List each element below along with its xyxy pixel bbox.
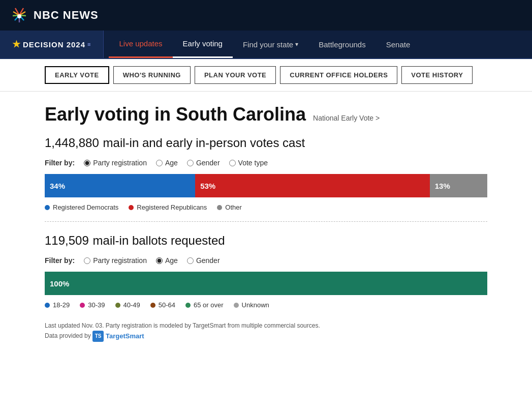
- legend-other-label: Other: [225, 203, 242, 211]
- footnote: Last updated Nov. 03. Party registration…: [45, 321, 487, 342]
- legend-rep-label: Registered Republicans: [137, 203, 207, 211]
- targetsmart-logo: TS TargetSmart: [92, 331, 144, 342]
- bar-chart-2: 100%: [45, 272, 487, 295]
- tab-whos-running[interactable]: WHO'S RUNNING: [113, 66, 191, 84]
- legend-2: 18-29 30-39 40-49 50-64 65 or over Unkno…: [45, 301, 487, 309]
- nav-link-early-voting[interactable]: Early voting: [173, 31, 233, 58]
- radio-age-1[interactable]: [156, 160, 163, 166]
- legend-dem: Registered Democrats: [45, 203, 118, 211]
- vote-label-2: mail-in ballots requested: [93, 234, 225, 247]
- chevron-down-icon: ▾: [295, 41, 298, 48]
- filter-row-1: Filter by: Party registration Age Gender…: [45, 159, 487, 167]
- legend-30: 30-39: [80, 301, 105, 309]
- legend-18-label: 18-29: [53, 301, 70, 309]
- tab-vote-history[interactable]: VOTE HISTORY: [401, 66, 473, 84]
- filter-vote-type-label-1: Vote type: [238, 159, 268, 167]
- data-provided-by-text: Data provided by: [45, 332, 91, 339]
- legend-dot-other: [217, 205, 222, 210]
- filter-gender-label-1: Gender: [196, 159, 220, 167]
- legend-40: 40-49: [115, 301, 140, 309]
- tab-current-office-holders[interactable]: CURRENT OFFICE HOLDERS: [280, 66, 397, 84]
- nav-links: Live updates Early voting Find your stat…: [104, 31, 425, 58]
- legend-30-label: 30-39: [88, 301, 105, 309]
- svg-point-1: [17, 14, 21, 18]
- filter-party-reg-label-2: Party registration: [93, 256, 147, 265]
- legend-dot-65: [185, 303, 191, 308]
- legend-dot-dem: [45, 205, 50, 210]
- bar-all-label: 100%: [50, 279, 69, 288]
- targetsmart-icon: TS: [92, 331, 104, 342]
- bar-dem-label: 34%: [50, 182, 65, 190]
- vote-count-section2: 119,509 mail-in ballots requested: [45, 232, 487, 248]
- radio-gender-2[interactable]: [187, 257, 194, 264]
- legend-dot-18: [45, 303, 50, 308]
- decision-badge: ★ DECISION 2024 ≡: [0, 31, 104, 58]
- sub-tabs: EARLY VOTE WHO'S RUNNING PLAN YOUR VOTE …: [0, 59, 532, 92]
- filter-row-2: Filter by: Party registration Age Gender: [45, 256, 487, 265]
- legend-1: Registered Democrats Registered Republic…: [45, 203, 487, 211]
- bar-rep: 53%: [195, 174, 430, 197]
- star-icon: ★: [12, 39, 21, 50]
- filter-party-reg-1[interactable]: Party registration: [84, 159, 147, 167]
- vote-number-2: 119,509: [45, 234, 89, 247]
- page-title-row: Early voting in South Carolina National …: [45, 104, 487, 125]
- page-title: Early voting in South Carolina: [45, 104, 306, 125]
- legend-dot-unknown: [234, 303, 239, 308]
- nav-bar: ★ DECISION 2024 ≡ Live updates Early vot…: [0, 31, 532, 59]
- vote-label-1: mail-in and early in-person votes cast: [103, 136, 305, 150]
- nav-link-battlegrounds[interactable]: Battlegrounds: [308, 31, 376, 58]
- national-early-vote-link[interactable]: National Early Vote >: [313, 114, 380, 122]
- legend-dot-rep: [129, 205, 134, 210]
- legend-dot-30: [80, 303, 85, 308]
- legend-65-label: 65 or over: [194, 301, 224, 309]
- nav-link-find-your-state[interactable]: Find your state ▾: [233, 31, 308, 58]
- peacock-icon: [10, 6, 28, 24]
- bar-chart-1: 34% 53% 13%: [45, 174, 487, 197]
- bar-other: 13%: [430, 174, 487, 197]
- filter-gender-1[interactable]: Gender: [187, 159, 220, 167]
- radio-age-2[interactable]: [156, 257, 163, 264]
- legend-dem-label: Registered Democrats: [53, 203, 118, 211]
- nbc-logo[interactable]: NBC NEWS: [10, 6, 99, 24]
- legend-65: 65 or over: [185, 301, 224, 309]
- tab-early-vote[interactable]: EARLY VOTE: [45, 66, 109, 84]
- filter-gender-label-2: Gender: [196, 256, 220, 265]
- legend-40-label: 40-49: [123, 301, 140, 309]
- legend-unknown-label: Unknown: [242, 301, 269, 309]
- bar-all: 100%: [45, 272, 487, 295]
- radio-party-reg-1[interactable]: [84, 160, 90, 166]
- nbc-text: NBC NEWS: [34, 9, 99, 22]
- filter-label-2: Filter by:: [45, 256, 75, 265]
- bar-rep-label: 53%: [200, 182, 215, 190]
- vote-number-1: 1,448,880: [45, 136, 99, 150]
- nav-link-senate[interactable]: Senate: [376, 31, 421, 58]
- legend-50: 50-64: [150, 301, 175, 309]
- footnote-text-2: Data provided by TS TargetSmart: [45, 331, 487, 342]
- filter-gender-2[interactable]: Gender: [187, 256, 220, 265]
- bar-other-label: 13%: [435, 182, 450, 190]
- site-header: NBC NEWS: [0, 0, 532, 31]
- filter-age-1[interactable]: Age: [156, 159, 178, 167]
- filter-age-label-2: Age: [165, 256, 178, 265]
- nav-dots: ≡: [87, 41, 91, 47]
- tab-plan-your-vote[interactable]: PLAN YOUR VOTE: [195, 66, 276, 84]
- legend-dot-50: [150, 303, 155, 308]
- filter-vote-type-1[interactable]: Vote type: [229, 159, 268, 167]
- main-content: Early voting in South Carolina National …: [0, 92, 532, 354]
- bar-dem: 34%: [45, 174, 195, 197]
- filter-label-1: Filter by:: [45, 159, 75, 167]
- filter-party-reg-2[interactable]: Party registration: [84, 256, 147, 265]
- radio-party-reg-2[interactable]: [84, 257, 90, 264]
- legend-rep: Registered Republicans: [129, 203, 207, 211]
- filter-age-2[interactable]: Age: [156, 256, 178, 265]
- nav-link-live-updates[interactable]: Live updates: [109, 31, 172, 58]
- legend-18: 18-29: [45, 301, 70, 309]
- section-divider: [45, 221, 487, 222]
- footnote-text-1: Last updated Nov. 03. Party registration…: [45, 321, 487, 331]
- radio-gender-1[interactable]: [187, 160, 194, 166]
- decision-badge-text: DECISION 2024: [23, 40, 85, 49]
- legend-50-label: 50-64: [159, 301, 175, 309]
- legend-dot-40: [115, 303, 120, 308]
- radio-vote-type-1[interactable]: [229, 160, 236, 166]
- legend-other: Other: [217, 203, 242, 211]
